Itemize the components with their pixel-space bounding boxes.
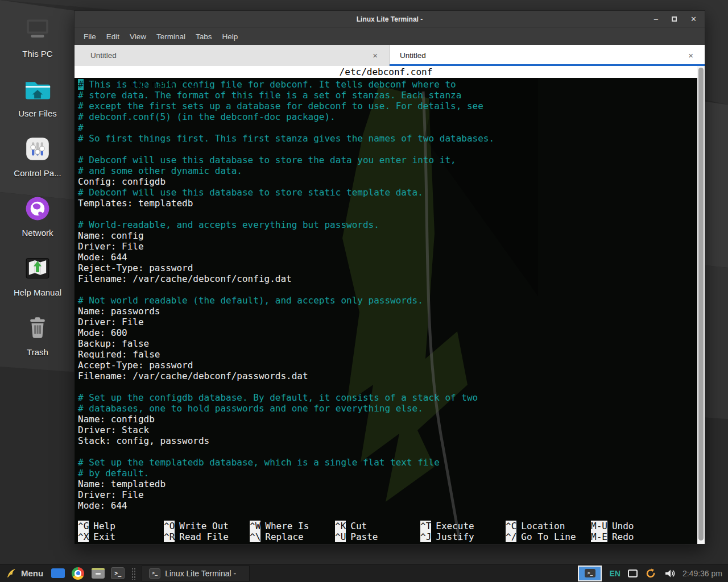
terminal-line: Driver: File: [78, 489, 697, 500]
desktop-icon-glyph: [51, 568, 65, 578]
menu-help[interactable]: Help: [217, 30, 243, 43]
system-tray: >_ EN 2:49:36 pm: [578, 566, 725, 581]
terminal-line: [78, 144, 697, 155]
terminal-line: # World-readable, and accepts everything…: [78, 219, 697, 230]
desktop-icon-network[interactable]: Network: [3, 193, 72, 238]
shortcut-label: Read File: [179, 531, 229, 542]
tab-close-icon[interactable]: ×: [361, 51, 389, 60]
terminal-launcher[interactable]: >_: [110, 567, 125, 580]
icon-trash: [22, 312, 53, 344]
nano-shortcut: ^OWrite Out: [164, 521, 250, 531]
terminal-line: # and some other dynamic data.: [78, 165, 697, 176]
nano-shortcut: ^RRead File: [164, 531, 250, 542]
terminal-line: Mode: 600: [78, 327, 697, 338]
desktop-icon-help-manual[interactable]: Help Manual: [3, 252, 72, 297]
menu-terminal[interactable]: Terminal: [151, 30, 191, 43]
menu-edit[interactable]: Edit: [101, 30, 125, 43]
menu-file[interactable]: File: [78, 30, 101, 43]
volume-icon[interactable]: [664, 568, 675, 579]
window-title: Linux Lite Terminal -: [75, 15, 705, 23]
keyboard-layout-indicator[interactable]: EN: [609, 569, 620, 578]
shortcut-key: ^W: [250, 521, 260, 531]
desktop-icon-user-files[interactable]: User Files: [3, 73, 72, 118]
nano-version-label: GNU nano 7.2: [118, 78, 196, 89]
tray-terminal-indicator[interactable]: >_: [578, 566, 602, 581]
terminal-line: Name: configdb: [78, 414, 697, 425]
tab-label: Untitled: [75, 51, 361, 60]
menu-view[interactable]: View: [125, 30, 151, 43]
desktop-icon-label: User Files: [18, 109, 57, 118]
icon-control-panel: [22, 133, 53, 165]
desktop-icon-control-panel[interactable]: Control Pa...: [3, 133, 72, 178]
nano-file-path: /etc/debconf.conf: [75, 66, 697, 78]
window-titlebar[interactable]: Linux Lite Terminal - – ✕: [75, 11, 705, 28]
menu-button-label: Menu: [21, 568, 43, 578]
desktop-icon-this-pc[interactable]: This PC: [3, 14, 72, 59]
terminal-line: #: [78, 122, 697, 133]
taskbar-clock[interactable]: 2:49:36 pm: [682, 569, 722, 578]
shortcut-label: Execute: [436, 521, 474, 531]
terminal-scrollbar[interactable]: [697, 66, 705, 544]
terminal-line: # Set up the configdb database. By defau…: [78, 392, 697, 403]
terminal-tab-1[interactable]: Untitled ×: [75, 45, 390, 66]
terminal-line: Stack: config, passwords: [78, 435, 697, 446]
terminal-line: # Set up the templatedb database, which …: [78, 457, 697, 468]
taskbar-window-button[interactable]: >_ Linux Lite Terminal -: [142, 566, 250, 581]
taskbar-grip-handle[interactable]: [131, 567, 135, 580]
shortcut-key: ^C: [506, 521, 516, 531]
nano-shortcut: ^WWhere Is: [250, 521, 335, 531]
nano-shortcut: ^\Replace: [250, 531, 335, 542]
terminal-line: Driver: File: [78, 317, 697, 327]
close-button[interactable]: ✕: [690, 15, 697, 23]
terminal-line: Config: configdb: [78, 176, 697, 187]
terminal-line: Required: false: [78, 349, 697, 360]
terminal-tab-2-active[interactable]: Untitled ×: [390, 45, 705, 66]
display-settings-icon[interactable]: [628, 569, 638, 577]
nano-titlebar: GNU nano 7.2 /etc/debconf.conf: [75, 66, 697, 78]
shortcut-label: Location: [521, 521, 565, 531]
terminal-line: Mode: 644: [78, 252, 697, 263]
terminal-line: Driver: Stack: [78, 425, 697, 435]
update-notifier-icon[interactable]: [645, 568, 656, 579]
shortcut-key: ^K: [335, 521, 346, 531]
shortcut-label: Where Is: [265, 521, 309, 531]
terminal-line: [78, 284, 697, 295]
menu-tabs[interactable]: Tabs: [191, 30, 217, 43]
terminal-icon: >_: [585, 569, 595, 577]
nano-shortcut: ^/Go To Line: [506, 531, 591, 542]
terminal-line: # So first things first. This first stan…: [78, 133, 697, 144]
shortcut-label: Go To Line: [521, 531, 576, 542]
shortcut-row: ^XExit^RRead File^\Replace^UPaste^JJusti…: [78, 531, 697, 542]
scrollbar-thumb[interactable]: [698, 68, 704, 541]
icon-network: [22, 193, 53, 225]
desktop-icon-label: Help Manual: [14, 288, 61, 297]
desktop-icon-label: This PC: [22, 49, 52, 59]
terminal-line: [78, 446, 697, 457]
file-manager-launcher[interactable]: [90, 567, 105, 580]
shortcut-key: ^T: [420, 521, 431, 531]
terminal-icon: >_: [149, 568, 160, 579]
terminal-line: Mode: 644: [78, 500, 697, 511]
show-desktop-button[interactable]: [51, 567, 65, 580]
chrome-launcher[interactable]: [71, 567, 85, 580]
shortcut-label: Redo: [612, 531, 634, 542]
nano-shortcut: ^GHelp: [78, 521, 164, 531]
shortcut-label: Justify: [436, 531, 474, 542]
shortcut-label: Cut: [350, 521, 367, 531]
shortcut-key: ^U: [335, 531, 346, 542]
shortcut-key: ^J: [420, 531, 431, 542]
minimize-button[interactable]: –: [654, 15, 658, 23]
terminal-line: Backup: false: [78, 338, 697, 349]
terminal-window: Linux Lite Terminal - – ✕ FileEditViewTe…: [74, 10, 705, 544]
shortcut-label: Exit: [93, 531, 115, 542]
start-menu-button[interactable]: Menu: [3, 567, 46, 580]
maximize-button[interactable]: [672, 16, 677, 22]
desktop-icon-trash[interactable]: Trash: [3, 312, 72, 357]
tab-close-icon[interactable]: ×: [677, 51, 705, 60]
terminal-area: GNU nano 7.2 /etc/debconf.conf # This is…: [75, 66, 705, 544]
terminal-text: # This is the main config file for debco…: [78, 79, 697, 511]
tab-label: Untitled: [390, 51, 677, 60]
nano-shortcut: ^KCut: [335, 521, 420, 531]
terminal-screen[interactable]: GNU nano 7.2 /etc/debconf.conf # This is…: [75, 66, 697, 544]
desktop-icon-label: Trash: [27, 347, 48, 357]
